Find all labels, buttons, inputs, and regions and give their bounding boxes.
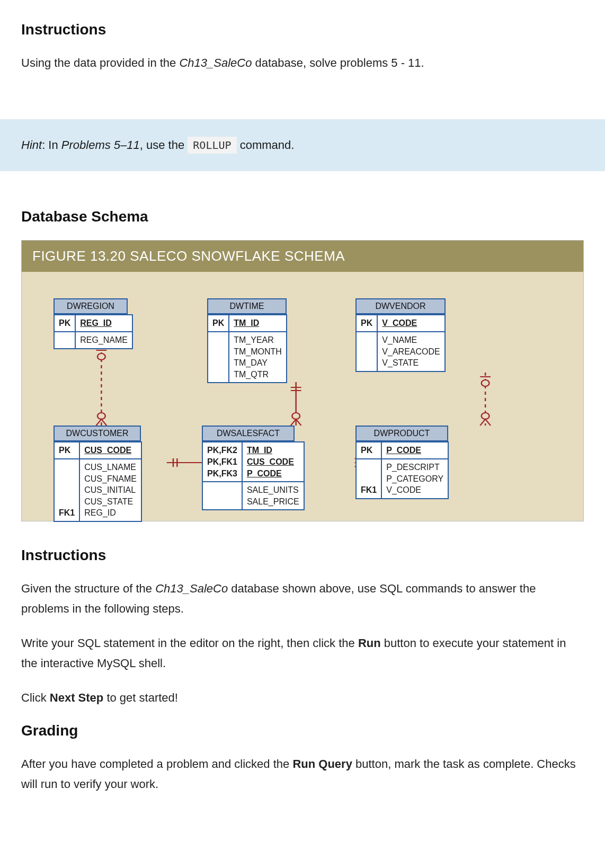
key-labels: PK,FK2PK,FK1PK,FK3	[202, 442, 242, 482]
instructions-heading-2: Instructions	[21, 547, 584, 564]
entity-dwregion: DWREGION PKREG_ID REG_NAME	[54, 298, 128, 349]
run-query-label: Run Query	[292, 757, 352, 770]
grading-heading: Grading	[21, 722, 584, 739]
figure-title: FIGURE 13.20 SALECO SNOWFLAKE SCHEMA	[22, 241, 583, 272]
attrs: SALE_UNITS SALE_PRICE	[242, 482, 304, 510]
entity-dwcustomer: DWCUSTOMER PKCUS_CODE XXXXFK1CUS_LNAME C…	[54, 426, 141, 522]
instructions-p1: Given the structure of the Ch13_SaleCo d…	[21, 579, 584, 618]
hint-problems: Problems 5–11	[61, 138, 140, 152]
hint-box: Hint: In Problems 5–11, use the ROLLUP c…	[0, 119, 605, 171]
schema-heading: Database Schema	[21, 208, 584, 225]
schema-figure: FIGURE 13.20 SALECO SNOWFLAKE SCHEMA	[21, 240, 584, 521]
text: Given the structure of the	[21, 582, 155, 595]
instructions-p3: Click Next Step to get started!	[21, 688, 584, 707]
text: command.	[237, 138, 295, 152]
db-name: Ch13_SaleCo	[179, 56, 252, 69]
entity-name: DWREGION	[54, 298, 128, 314]
hint-label: Hint	[21, 138, 42, 152]
grading-text: After you have completed a problem and c…	[21, 754, 584, 794]
text: database, solve problems 5 - 11.	[252, 56, 424, 69]
pk-field: REG_ID	[80, 318, 112, 327]
hint-code: ROLLUP	[188, 137, 236, 154]
pk-label: PK	[356, 315, 377, 332]
attrs: V_NAME V_AREACODE V_STATE	[377, 332, 445, 371]
text: to get started!	[103, 691, 178, 704]
text: Click	[21, 691, 50, 704]
fk-label: XXFK1	[356, 459, 381, 499]
text: , use the	[140, 138, 188, 152]
svg-point-1	[97, 353, 105, 360]
entity-name: DWPRODUCT	[355, 426, 448, 441]
entity-name: DWVENDOR	[355, 298, 446, 314]
attrs: REG_NAME	[75, 332, 132, 349]
text: Using the data provided in the	[21, 56, 179, 69]
attrs: CUS_LNAME CUS_FNAME CUS_INITIAL CUS_STAT…	[79, 459, 141, 521]
svg-point-7	[292, 413, 300, 419]
pk-label: PK	[54, 442, 79, 459]
run-label: Run	[358, 636, 381, 650]
text: : In	[42, 138, 61, 152]
pk-label: PK	[54, 315, 75, 332]
entity-name: DWCUSTOMER	[54, 426, 141, 441]
text: Write your SQL statement in the editor o…	[21, 636, 358, 650]
pk-field: TM_ID	[234, 318, 259, 327]
pk-label: PK	[208, 315, 229, 332]
instructions-text-1: Using the data provided in the Ch13_Sale…	[21, 53, 584, 73]
text: After you have completed a problem and c…	[21, 757, 292, 770]
pk-field: CUS_CODE	[84, 446, 131, 455]
entity-dwsalesfact: DWSALESFACT PK,FK2PK,FK1PK,FK3 TM_IDCUS_…	[202, 426, 295, 510]
attrs: P_DESCRIPT P_CATEGORY V_CODE	[381, 459, 448, 499]
attrs: TM_YEAR TM_MONTH TM_DAY TM_QTR	[229, 332, 287, 383]
svg-point-9	[482, 380, 490, 386]
entity-dwproduct: DWPRODUCT PKP_CODE XXFK1P_DESCRIPT P_CAT…	[355, 426, 448, 499]
entity-dwtime: DWTIME PKTM_ID TM_YEAR TM_MONTH TM_DAY T…	[207, 298, 287, 383]
svg-point-3	[97, 413, 105, 419]
next-step-label: Next Step	[50, 691, 103, 704]
svg-point-11	[482, 413, 490, 419]
entity-dwvendor: DWVENDOR PKV_CODE V_NAME V_AREACODE V_ST…	[355, 298, 446, 371]
entity-name: DWSALESFACT	[202, 426, 295, 441]
instructions-heading-1: Instructions	[21, 21, 584, 38]
fk-label: XXXXFK1	[54, 459, 79, 521]
entity-name: DWTIME	[207, 298, 287, 314]
pk-fields: TM_IDCUS_CODEP_CODE	[242, 442, 304, 482]
pk-label: PK	[356, 442, 381, 459]
db-name: Ch13_SaleCo	[155, 582, 228, 595]
pk-field: V_CODE	[382, 318, 417, 327]
instructions-p2: Write your SQL statement in the editor o…	[21, 633, 584, 673]
pk-field: P_CODE	[386, 446, 421, 455]
